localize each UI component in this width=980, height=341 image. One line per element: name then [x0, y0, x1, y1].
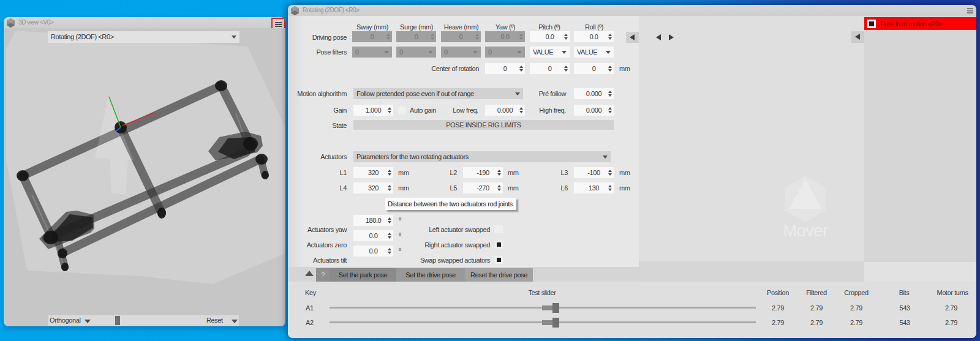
svg-text:Mover: Mover — [783, 222, 827, 240]
